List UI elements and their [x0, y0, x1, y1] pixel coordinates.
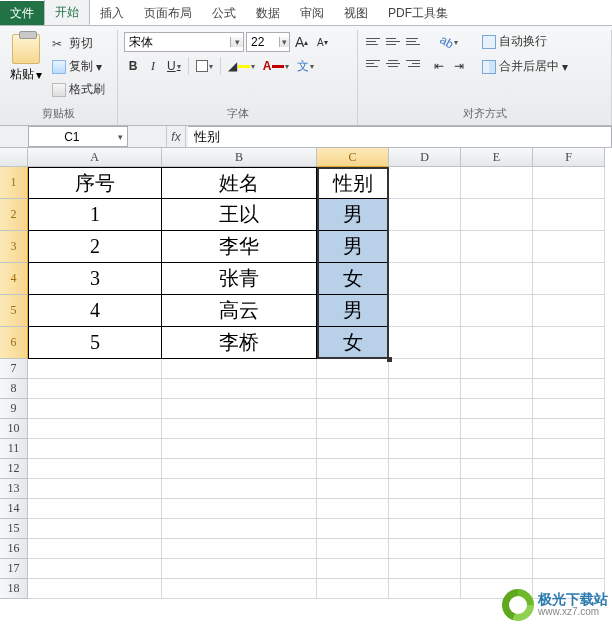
cell-D15[interactable] — [389, 519, 461, 539]
cell-E7[interactable] — [461, 359, 533, 379]
cell-A9[interactable] — [28, 399, 162, 419]
fill-handle[interactable] — [387, 357, 392, 362]
col-header-F[interactable]: F — [533, 148, 605, 167]
name-box[interactable]: ▾ — [28, 126, 128, 147]
tab-视图[interactable]: 视图 — [334, 1, 378, 25]
grow-font-button[interactable]: A▴ — [292, 32, 311, 52]
underline-button[interactable]: U▾ — [164, 56, 184, 76]
cell-D16[interactable] — [389, 539, 461, 559]
cell-F2[interactable] — [533, 199, 605, 231]
copy-button[interactable]: 复制▾ — [50, 57, 107, 76]
cell-E2[interactable] — [461, 199, 533, 231]
align-right[interactable] — [404, 54, 422, 72]
cell-D13[interactable] — [389, 479, 461, 499]
col-header-B[interactable]: B — [162, 148, 317, 167]
chevron-down-icon[interactable]: ▾ — [230, 37, 243, 47]
cell-B15[interactable] — [162, 519, 317, 539]
cell-A12[interactable] — [28, 459, 162, 479]
cell-D10[interactable] — [389, 419, 461, 439]
cell-B3[interactable]: 李华 — [162, 231, 317, 263]
cell-D1[interactable] — [389, 167, 461, 199]
cell-C17[interactable] — [317, 559, 389, 579]
cell-A17[interactable] — [28, 559, 162, 579]
worksheet[interactable]: ABCDEF 123456789101112131415161718 序号姓名性… — [0, 148, 612, 622]
cell-F16[interactable] — [533, 539, 605, 559]
indent-increase-button[interactable]: ⇥ — [450, 56, 468, 76]
borders-button[interactable]: ▾ — [193, 56, 216, 76]
tab-插入[interactable]: 插入 — [90, 1, 134, 25]
cell-F5[interactable] — [533, 295, 605, 327]
cell-F6[interactable] — [533, 327, 605, 359]
cell-C6[interactable]: 女 — [317, 327, 389, 359]
cut-button[interactable]: ✂剪切 — [50, 34, 107, 53]
cell-D6[interactable] — [389, 327, 461, 359]
cell-F13[interactable] — [533, 479, 605, 499]
tab-开始[interactable]: 开始 — [44, 0, 90, 25]
fill-color-button[interactable]: ◢▾ — [225, 56, 258, 76]
paste-button[interactable]: 粘贴▾ — [6, 32, 46, 85]
cell-E13[interactable] — [461, 479, 533, 499]
format-painter-button[interactable]: 格式刷 — [50, 80, 107, 99]
cell-B1[interactable]: 姓名 — [162, 167, 317, 199]
cell-F1[interactable] — [533, 167, 605, 199]
cell-D12[interactable] — [389, 459, 461, 479]
cell-D4[interactable] — [389, 263, 461, 295]
wrap-text-button[interactable]: 自动换行 — [480, 32, 570, 51]
cell-B17[interactable] — [162, 559, 317, 579]
cell-E10[interactable] — [461, 419, 533, 439]
row-header-18[interactable]: 18 — [0, 579, 28, 599]
cell-A13[interactable] — [28, 479, 162, 499]
cell-A5[interactable]: 4 — [28, 295, 162, 327]
cell-F10[interactable] — [533, 419, 605, 439]
chevron-down-icon[interactable]: ▾ — [279, 37, 289, 47]
tab-公式[interactable]: 公式 — [202, 1, 246, 25]
align-left[interactable] — [364, 54, 382, 72]
cell-C15[interactable] — [317, 519, 389, 539]
cell-E3[interactable] — [461, 231, 533, 263]
row-header-3[interactable]: 3 — [0, 231, 28, 263]
align-top[interactable] — [364, 32, 382, 50]
cell-E4[interactable] — [461, 263, 533, 295]
cell-C2[interactable]: 男 — [317, 199, 389, 231]
formula-input[interactable] — [188, 128, 611, 147]
cell-C12[interactable] — [317, 459, 389, 479]
bold-button[interactable]: B — [124, 56, 142, 76]
cell-D18[interactable] — [389, 579, 461, 599]
name-box-input[interactable] — [29, 130, 115, 144]
row-header-1[interactable]: 1 — [0, 167, 28, 199]
font-name-input[interactable] — [125, 35, 230, 49]
cell-B12[interactable] — [162, 459, 317, 479]
row-header-6[interactable]: 6 — [0, 327, 28, 359]
cell-B6[interactable]: 李桥 — [162, 327, 317, 359]
cell-C1[interactable]: 性别 — [317, 167, 389, 199]
row-header-2[interactable]: 2 — [0, 199, 28, 231]
cell-F7[interactable] — [533, 359, 605, 379]
cell-D3[interactable] — [389, 231, 461, 263]
fx-icon[interactable]: fx — [166, 126, 186, 147]
cell-C14[interactable] — [317, 499, 389, 519]
row-header-15[interactable]: 15 — [0, 519, 28, 539]
cell-D9[interactable] — [389, 399, 461, 419]
cell-A18[interactable] — [28, 579, 162, 599]
font-size-combo[interactable]: ▾ — [246, 32, 290, 52]
cell-D11[interactable] — [389, 439, 461, 459]
row-header-5[interactable]: 5 — [0, 295, 28, 327]
row-header-11[interactable]: 11 — [0, 439, 28, 459]
cell-E17[interactable] — [461, 559, 533, 579]
cell-F17[interactable] — [533, 559, 605, 579]
cell-A3[interactable]: 2 — [28, 231, 162, 263]
cell-B10[interactable] — [162, 419, 317, 439]
cell-F3[interactable] — [533, 231, 605, 263]
cell-C13[interactable] — [317, 479, 389, 499]
tab-审阅[interactable]: 审阅 — [290, 1, 334, 25]
cell-A1[interactable]: 序号 — [28, 167, 162, 199]
select-all-corner[interactable] — [0, 148, 28, 167]
indent-decrease-button[interactable]: ⇤ — [430, 56, 448, 76]
italic-button[interactable]: I — [144, 56, 162, 76]
cell-E15[interactable] — [461, 519, 533, 539]
merge-center-button[interactable]: 合并后居中▾ — [480, 57, 570, 76]
col-header-C[interactable]: C — [317, 148, 389, 167]
cell-B8[interactable] — [162, 379, 317, 399]
row-header-7[interactable]: 7 — [0, 359, 28, 379]
cell-C5[interactable]: 男 — [317, 295, 389, 327]
